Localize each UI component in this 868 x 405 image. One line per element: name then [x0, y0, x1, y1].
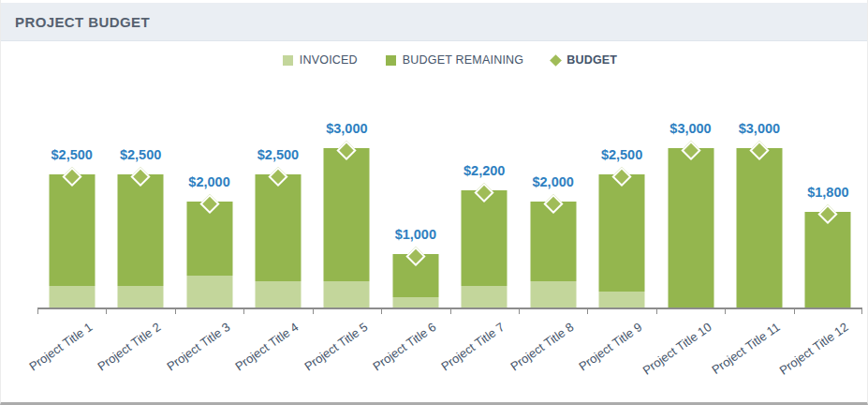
budget-remaining-segment[interactable]	[736, 148, 782, 308]
category-label: Project Title 2	[96, 320, 164, 373]
legend-label: INVOICED	[300, 53, 358, 67]
budget-remaining-segment[interactable]	[668, 148, 714, 308]
chart-category-9: $2,500	[587, 69, 655, 308]
category-label: Project Title 9	[577, 320, 645, 373]
budget-value-label: $2,000	[532, 174, 573, 189]
stacked-bar[interactable]	[49, 174, 95, 308]
budget-value-label: $1,800	[807, 185, 848, 200]
budget-value-label: $1,000	[395, 227, 436, 242]
chart-category-1: $2,500	[37, 69, 106, 308]
plot-area: $2,500$2,500$2,000$2,500$3,000$1,000$2,2…	[37, 69, 862, 309]
budget-remaining-swatch-icon	[386, 55, 396, 66]
invoiced-segment[interactable]	[118, 286, 164, 308]
stacked-bar[interactable]	[530, 202, 576, 308]
budget-value-label: $2,500	[120, 147, 161, 162]
budget-value-label: $2,200	[463, 163, 505, 178]
category-label: Project Title 3	[164, 320, 232, 373]
budget-diamond-icon	[550, 54, 562, 67]
chart-legend: INVOICED BUDGET REMAINING BUDGET	[37, 50, 862, 70]
stacked-bar[interactable]	[599, 174, 645, 308]
budget-remaining-segment[interactable]	[462, 190, 508, 286]
chart-category-12: $1,800	[794, 69, 862, 308]
budget-remaining-segment[interactable]	[324, 148, 370, 281]
chart-category-8: $2,000	[519, 69, 587, 308]
chart-category-2: $2,500	[106, 69, 174, 308]
stacked-bar[interactable]	[255, 174, 301, 308]
budget-value-label: $3,000	[326, 121, 367, 136]
category-label: Project Title 6	[370, 320, 438, 373]
category-label: Project Title 7	[439, 320, 508, 373]
x-label-cell: Project Title 1	[37, 311, 106, 400]
x-label-cell: Project Title 4	[243, 311, 312, 400]
x-label-cell: Project Title 8	[519, 311, 587, 400]
page-title: PROJECT BUDGET	[15, 14, 150, 30]
invoiced-segment[interactable]	[324, 281, 370, 308]
legend-label: BUDGET	[566, 53, 617, 67]
x-label-cell: Project Title 12	[794, 311, 862, 400]
x-label-cell: Project Title 9	[587, 311, 655, 400]
stacked-bar[interactable]	[118, 174, 164, 308]
x-label-cell: Project Title 11	[725, 311, 793, 400]
chart-category-3: $2,000	[175, 69, 243, 308]
budget-value-label: $3,000	[669, 121, 711, 136]
stacked-bar[interactable]	[324, 148, 370, 308]
legend-item-budget[interactable]: BUDGET	[552, 53, 617, 67]
invoiced-segment[interactable]	[186, 276, 232, 308]
legend-label: BUDGET REMAINING	[403, 53, 523, 67]
x-label-cell: Project Title 6	[381, 311, 449, 400]
stacked-bar[interactable]	[736, 148, 782, 308]
stacked-bar[interactable]	[668, 148, 714, 308]
category-label: Project Title 1	[26, 320, 95, 373]
legend-item-invoiced[interactable]: INVOICED	[283, 53, 358, 67]
chart-category-4: $2,500	[243, 69, 312, 308]
category-label: Project Title 5	[302, 320, 370, 373]
x-label-cell: Project Title 5	[313, 311, 381, 400]
stacked-bar[interactable]	[805, 212, 851, 308]
category-label: Project Title 4	[232, 320, 301, 373]
budget-remaining-segment[interactable]	[118, 174, 164, 286]
invoiced-segment[interactable]	[462, 286, 508, 308]
chart-category-11: $3,000	[725, 69, 793, 308]
budget-value-label: $2,000	[188, 174, 229, 189]
x-label-cell: Project Title 10	[656, 311, 725, 400]
x-label-cell: Project Title 2	[106, 311, 174, 400]
budget-value-label: $2,500	[257, 147, 299, 162]
stacked-bar[interactable]	[462, 190, 508, 308]
budget-value-label: $2,500	[601, 147, 642, 162]
chart-category-7: $2,200	[450, 69, 519, 308]
budget-value-label: $3,000	[739, 121, 780, 136]
widget-header: PROJECT BUDGET	[1, 3, 867, 41]
x-axis-labels: Project Title 1Project Title 2Project Ti…	[37, 311, 862, 400]
x-label-cell: Project Title 7	[450, 311, 519, 400]
invoiced-segment[interactable]	[49, 286, 95, 308]
invoiced-segment[interactable]	[392, 297, 438, 308]
invoiced-swatch-icon	[283, 55, 293, 66]
chart-category-6: $1,000	[381, 69, 449, 308]
chart-category-5: $3,000	[313, 69, 381, 308]
stacked-bar[interactable]	[186, 202, 232, 308]
invoiced-segment[interactable]	[255, 281, 301, 308]
invoiced-segment[interactable]	[530, 281, 576, 308]
chart-category-10: $3,000	[656, 69, 725, 308]
legend-item-budget-remaining[interactable]: BUDGET REMAINING	[386, 53, 523, 67]
budget-remaining-segment[interactable]	[255, 174, 301, 280]
budget-value-label: $2,500	[51, 147, 93, 162]
budget-remaining-segment[interactable]	[49, 174, 95, 286]
budget-remaining-segment[interactable]	[599, 174, 645, 292]
category-label: Project Title 8	[508, 320, 576, 373]
invoiced-segment[interactable]	[599, 292, 645, 308]
project-budget-widget: PROJECT BUDGET INVOICED BUDGET REMAINING…	[0, 0, 868, 405]
budget-remaining-segment[interactable]	[805, 212, 851, 308]
x-label-cell: Project Title 3	[175, 311, 243, 400]
